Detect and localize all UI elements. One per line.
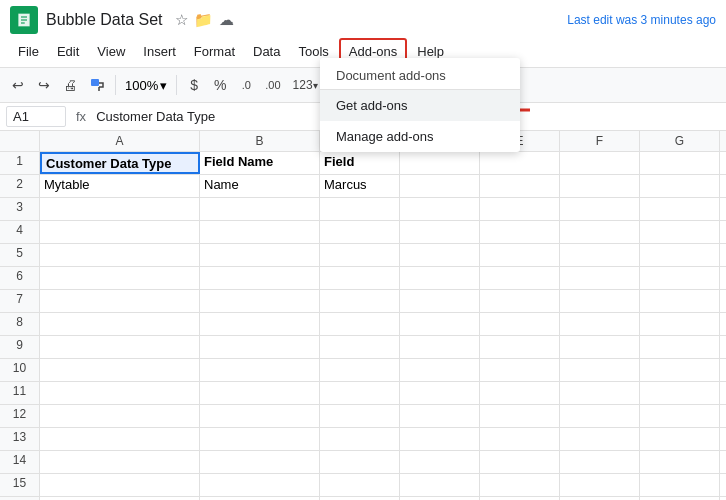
menu-format[interactable]: Format: [186, 40, 243, 63]
cell[interactable]: [40, 244, 200, 266]
cell[interactable]: [640, 359, 720, 381]
cell[interactable]: [560, 221, 640, 243]
cell[interactable]: [320, 244, 400, 266]
cell[interactable]: [320, 428, 400, 450]
cell[interactable]: [480, 313, 560, 335]
cell[interactable]: [560, 152, 640, 174]
cell[interactable]: [200, 405, 320, 427]
cell[interactable]: [320, 451, 400, 473]
cell[interactable]: [480, 428, 560, 450]
cell[interactable]: [640, 152, 720, 174]
menu-data[interactable]: Data: [245, 40, 288, 63]
cell[interactable]: [400, 405, 480, 427]
menu-file[interactable]: File: [10, 40, 47, 63]
redo-button[interactable]: ↪: [32, 73, 56, 97]
cell[interactable]: [200, 267, 320, 289]
cell[interactable]: [560, 244, 640, 266]
zoom-control[interactable]: 100% ▾: [121, 76, 171, 95]
cell[interactable]: Name: [200, 175, 320, 197]
menu-insert[interactable]: Insert: [135, 40, 184, 63]
cell[interactable]: [200, 382, 320, 404]
cell[interactable]: [200, 198, 320, 220]
cell[interactable]: [200, 313, 320, 335]
cell[interactable]: [400, 290, 480, 312]
cell[interactable]: [560, 428, 640, 450]
cell[interactable]: [400, 175, 480, 197]
cell[interactable]: [480, 405, 560, 427]
document-title[interactable]: Bubble Data Set: [46, 11, 163, 29]
cell[interactable]: [400, 221, 480, 243]
manage-addons-item[interactable]: Manage add-ons: [320, 121, 520, 152]
cell[interactable]: [320, 267, 400, 289]
cell[interactable]: [560, 175, 640, 197]
cell-reference-input[interactable]: [6, 106, 66, 127]
cell[interactable]: [320, 405, 400, 427]
cell[interactable]: [480, 244, 560, 266]
number-format-button[interactable]: 123 ▾: [288, 74, 323, 96]
cell[interactable]: [480, 474, 560, 496]
cell[interactable]: [200, 474, 320, 496]
currency-button[interactable]: $: [182, 73, 206, 97]
cell[interactable]: [400, 198, 480, 220]
cell[interactable]: [400, 336, 480, 358]
cell[interactable]: [640, 244, 720, 266]
cell[interactable]: [200, 428, 320, 450]
cell[interactable]: [200, 290, 320, 312]
cell[interactable]: [400, 359, 480, 381]
cell[interactable]: [560, 336, 640, 358]
cell[interactable]: [40, 359, 200, 381]
cell[interactable]: [40, 221, 200, 243]
cell[interactable]: [640, 290, 720, 312]
cell[interactable]: [560, 451, 640, 473]
cell[interactable]: [400, 428, 480, 450]
cell[interactable]: [560, 359, 640, 381]
cell[interactable]: [640, 382, 720, 404]
col-header-f[interactable]: F: [560, 131, 640, 151]
cell[interactable]: [480, 152, 560, 174]
undo-button[interactable]: ↩: [6, 73, 30, 97]
cell[interactable]: [320, 290, 400, 312]
cell[interactable]: [480, 267, 560, 289]
cell[interactable]: [400, 152, 480, 174]
cell[interactable]: [480, 221, 560, 243]
cell[interactable]: [320, 474, 400, 496]
cell[interactable]: [40, 267, 200, 289]
cell[interactable]: [320, 221, 400, 243]
cell[interactable]: [560, 474, 640, 496]
get-addons-item[interactable]: Get add-ons: [320, 90, 520, 121]
menu-view[interactable]: View: [89, 40, 133, 63]
cell[interactable]: [480, 290, 560, 312]
cell[interactable]: [40, 405, 200, 427]
col-header-b[interactable]: B: [200, 131, 320, 151]
cell[interactable]: [40, 451, 200, 473]
decimal-increase-button[interactable]: .00: [260, 75, 285, 95]
cell[interactable]: [200, 451, 320, 473]
cell[interactable]: [640, 428, 720, 450]
cell[interactable]: [40, 198, 200, 220]
cell[interactable]: [640, 451, 720, 473]
cell[interactable]: [480, 198, 560, 220]
cell[interactable]: [320, 313, 400, 335]
cell[interactable]: [200, 221, 320, 243]
folder-icon[interactable]: 📁: [194, 11, 213, 29]
cell[interactable]: [560, 313, 640, 335]
cell[interactable]: [40, 428, 200, 450]
cell[interactable]: [320, 382, 400, 404]
col-header-a[interactable]: A: [40, 131, 200, 151]
cell[interactable]: [400, 451, 480, 473]
cell[interactable]: [640, 313, 720, 335]
cell[interactable]: [640, 474, 720, 496]
cell[interactable]: [560, 405, 640, 427]
cell[interactable]: [200, 244, 320, 266]
cell[interactable]: Field: [320, 152, 400, 174]
cell[interactable]: [320, 336, 400, 358]
cell[interactable]: [480, 359, 560, 381]
cell[interactable]: [320, 198, 400, 220]
cell[interactable]: [40, 382, 200, 404]
cell[interactable]: [560, 267, 640, 289]
cell[interactable]: [400, 244, 480, 266]
cell[interactable]: [200, 359, 320, 381]
cell[interactable]: [40, 336, 200, 358]
star-icon[interactable]: ☆: [175, 11, 188, 29]
cloud-icon[interactable]: ☁: [219, 11, 234, 29]
